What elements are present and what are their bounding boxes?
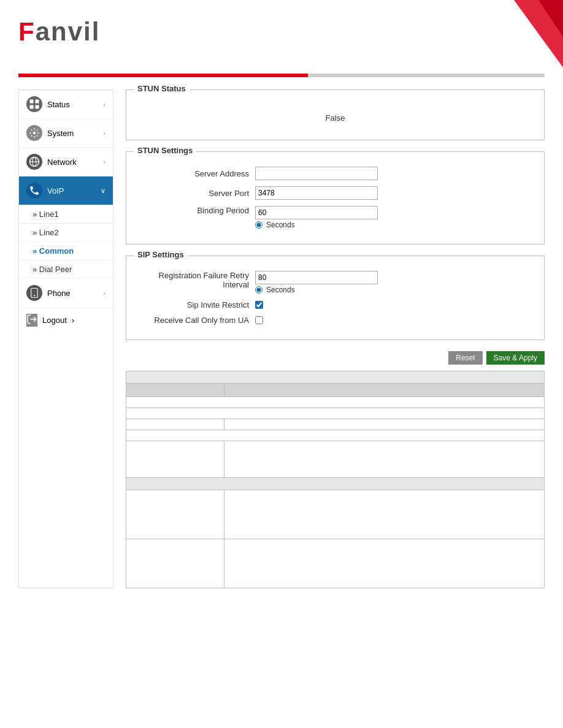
voip-icon: [26, 183, 42, 199]
binding-period-row: Binding Period Seconds: [139, 206, 532, 229]
save-apply-button[interactable]: Save & Apply: [486, 351, 545, 365]
table-row: [126, 539, 545, 588]
button-row: Reset Save & Apply: [126, 351, 545, 365]
binding-period-input[interactable]: [255, 206, 378, 219]
header-decoration: [465, 0, 563, 67]
voip-label: VoIP: [47, 186, 96, 195]
retry-interval-row: Registration Failure Retry Interval Seco…: [139, 271, 532, 294]
svg-rect-5: [36, 105, 39, 109]
sip-settings-section: SIP Settings Registration Failure Retry …: [126, 256, 545, 340]
voip-arrow: ∨: [101, 187, 105, 195]
system-arrow: ›: [103, 129, 105, 137]
binding-period-input-group: Seconds: [255, 206, 378, 229]
stun-settings-inner: Server Address Server Port Binding Perio…: [126, 156, 544, 244]
sip-invite-restrict-row: Sip Invite Restrict: [139, 300, 532, 309]
sidebar-item-voip[interactable]: VoIP ∨: [19, 176, 113, 205]
retry-interval-label: Registration Failure Retry Interval: [139, 271, 249, 289]
sip-settings-title: SIP Settings: [134, 250, 188, 259]
server-address-row: Server Address: [139, 167, 532, 180]
sidebar: Status › System › Network › VoIP ∨: [18, 89, 113, 588]
svg-rect-2: [30, 100, 34, 104]
voip-sub-menu: » Line1 » Line2 » Common » Dial Peer: [19, 205, 113, 279]
stun-status-value: False: [139, 105, 532, 131]
table-row: [126, 478, 545, 490]
sidebar-item-logout[interactable]: Logout ›: [19, 308, 113, 333]
system-icon: [26, 125, 42, 141]
svg-rect-3: [36, 100, 39, 104]
logout-icon: [26, 314, 37, 327]
seconds-radio[interactable]: [255, 221, 262, 229]
sidebar-item-dial-peer[interactable]: » Dial Peer: [19, 260, 113, 279]
retry-seconds-row: Seconds: [255, 286, 378, 294]
phone-icon: [26, 285, 42, 301]
retry-interval-input-group: Seconds: [255, 271, 378, 294]
table-row: [126, 441, 545, 478]
receive-call-label: Receive Call Only from UA: [139, 316, 249, 325]
status-label: Status: [47, 100, 98, 109]
receive-call-row: Receive Call Only from UA: [139, 316, 532, 325]
reset-button[interactable]: Reset: [448, 351, 482, 365]
table-row: [126, 419, 545, 430]
table-row: [126, 430, 545, 441]
phone-label: Phone: [47, 289, 98, 298]
phone-arrow: ›: [103, 289, 105, 297]
binding-period-label: Binding Period: [139, 206, 249, 215]
server-address-label: Server Address: [139, 169, 249, 178]
table-row: [126, 371, 545, 384]
stun-settings-title: STUN Settings: [134, 146, 196, 155]
svg-point-11: [34, 295, 35, 296]
table-row: [126, 397, 545, 408]
server-port-label: Server Port: [139, 189, 249, 198]
retry-seconds-label: Seconds: [266, 286, 295, 294]
receive-call-checkbox[interactable]: [255, 316, 263, 324]
server-port-row: Server Port: [139, 186, 532, 200]
network-arrow: ›: [103, 158, 105, 165]
sidebar-item-network[interactable]: Network ›: [19, 148, 113, 176]
stun-status-section: STUN Status False: [126, 89, 545, 140]
seconds-row: Seconds: [255, 221, 378, 229]
sip-invite-restrict-checkbox[interactable]: [255, 301, 263, 309]
retry-interval-input[interactable]: [255, 271, 378, 284]
stun-status-title: STUN Status: [134, 84, 190, 93]
stun-status-inner: False: [126, 94, 544, 140]
logout-arrow: ›: [72, 316, 74, 325]
header: Fanvil: [0, 0, 563, 74]
system-label: System: [47, 129, 98, 138]
sidebar-item-line2[interactable]: » Line2: [19, 224, 113, 242]
main-content: STUN Status False STUN Settings Server A…: [113, 89, 545, 588]
status-arrow: ›: [103, 100, 105, 108]
main-layout: Status › System › Network › VoIP ∨: [0, 77, 563, 601]
svg-point-6: [33, 132, 36, 135]
sidebar-item-system[interactable]: System ›: [19, 119, 113, 148]
sip-invite-restrict-label: Sip Invite Restrict: [139, 300, 249, 309]
network-icon: [26, 154, 42, 170]
network-label: Network: [47, 157, 98, 167]
table-row: [126, 408, 545, 419]
server-port-input[interactable]: [255, 186, 378, 200]
server-address-input[interactable]: [255, 167, 378, 180]
retry-seconds-radio[interactable]: [255, 286, 262, 294]
logout-label: Logout: [42, 316, 67, 325]
svg-rect-4: [30, 105, 34, 109]
table-row: [126, 384, 545, 397]
seconds-label: Seconds: [266, 221, 295, 229]
sidebar-item-status[interactable]: Status ›: [19, 90, 113, 119]
sidebar-item-common[interactable]: » Common: [19, 242, 113, 260]
sidebar-item-phone[interactable]: Phone ›: [19, 279, 113, 308]
table-row: [126, 490, 545, 539]
stun-settings-section: STUN Settings Server Address Server Port…: [126, 151, 545, 245]
sip-settings-inner: Registration Failure Retry Interval Seco…: [126, 260, 544, 339]
doc-table: [126, 371, 545, 588]
status-icon: [26, 96, 42, 112]
sidebar-item-line1[interactable]: » Line1: [19, 205, 113, 224]
